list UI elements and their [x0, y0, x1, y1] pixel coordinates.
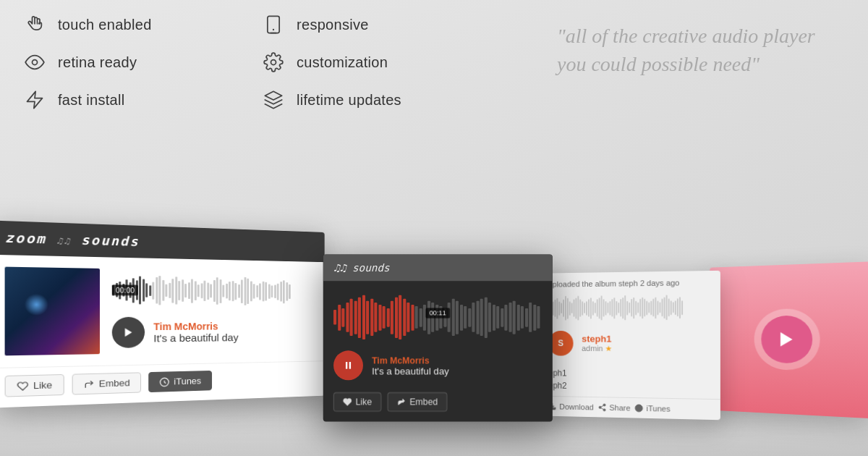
player-3-download-button[interactable]: Download — [548, 402, 594, 412]
player-1-timecode: 00:00 — [112, 284, 138, 295]
player-4-play-inner — [761, 316, 812, 364]
player-2-body: 00:11 Tim McMorris It's a beautiful day … — [323, 282, 552, 422]
player-2-embed-label: Embed — [409, 397, 438, 407]
svg-point-17 — [635, 405, 642, 412]
svg-rect-9 — [346, 362, 347, 369]
player-1-controls: Tim McMorris It's a beautiful day — [112, 316, 315, 348]
player-2-pause-button[interactable] — [333, 351, 363, 381]
player-3-upload-text: uploaded the album steph — [548, 279, 638, 288]
player-3-download-label: Download — [559, 402, 593, 412]
features-grid: touch enabled responsive retina ready — [22, 7, 470, 117]
player-3-waveform — [540, 291, 720, 324]
svg-point-12 — [603, 404, 605, 406]
player-1-artist: Tim McMorris — [153, 321, 238, 332]
player-2-artist: Tim McMorris — [372, 355, 449, 365]
svg-rect-10 — [349, 362, 350, 369]
players-area: zoom ♫♫ sounds 00:00 Tim McMorris It's a… — [0, 166, 868, 456]
feature-responsive-label: responsive — [297, 17, 369, 33]
player-1-waveform: 00:00 — [112, 269, 315, 311]
svg-marker-5 — [27, 91, 43, 108]
feature-retina-label: retina ready — [58, 54, 137, 71]
player-1-like-button[interactable]: Like — [5, 374, 64, 397]
player-1-logo: zoom ♫♫ sounds — [5, 229, 140, 249]
svg-point-3 — [33, 60, 38, 65]
player-2-track-info: Tim McMorris It's a beautiful day — [372, 355, 449, 376]
feature-customization: customization — [260, 45, 470, 80]
player-2-controls: Tim McMorris It's a beautiful day — [333, 351, 542, 381]
svg-point-14 — [603, 409, 605, 411]
feature-touch-enabled: touch enabled — [22, 7, 231, 42]
player-2-title: It's a beautiful day — [372, 366, 449, 376]
features-section: touch enabled responsive retina ready — [0, 0, 492, 124]
feature-retina-ready: retina ready — [22, 45, 231, 80]
player-3-tracklist: eph1 eph2 — [540, 363, 720, 399]
player-3-time-ago: 2 days ago — [640, 279, 680, 288]
player-2-like-button[interactable]: Like — [333, 392, 382, 412]
feature-responsive: responsive — [260, 7, 470, 42]
device-icon — [260, 12, 286, 38]
player-2-timecode: 00:11 — [425, 308, 449, 318]
feature-lifetime-updates-label: lifetime updates — [297, 92, 401, 109]
player-3-mid: S steph1 admin ★ — [540, 324, 720, 364]
svg-point-13 — [599, 406, 601, 408]
hand-icon — [22, 12, 48, 38]
svg-line-16 — [601, 405, 603, 407]
player-1-thumbnail — [5, 267, 100, 356]
player-3: uploaded the album steph 2 days ago S st… — [540, 271, 720, 420]
player-3-actions: Download Share iTunes — [540, 396, 720, 421]
feature-fast-install: fast install — [22, 83, 231, 117]
player-1-play-button[interactable] — [112, 317, 145, 348]
layers-icon — [260, 87, 286, 113]
player-1-itunes-label: iTunes — [174, 376, 201, 387]
player-3-track-2: eph2 — [548, 379, 711, 394]
player-3-itunes-button[interactable]: iTunes — [634, 404, 670, 413]
feature-lifetime-updates: lifetime updates — [260, 83, 470, 117]
feature-customization-label: customization — [297, 54, 388, 71]
quote-section: "all of the creative audio player you co… — [542, 7, 846, 93]
player-3-name: steph1 — [582, 334, 711, 345]
player-3-share-button[interactable]: Share — [598, 403, 631, 413]
player-1-track-info: Tim McMorris It's a beautiful day — [153, 321, 238, 344]
player-3-info: steph1 admin ★ — [582, 334, 711, 354]
player-1-content: 00:00 Tim McMorris It's a beautiful day — [112, 269, 315, 354]
svg-marker-18 — [780, 332, 793, 347]
player-4-play-button[interactable] — [754, 308, 820, 371]
player-1-body: 00:00 Tim McMorris It's a beautiful day — [0, 255, 325, 368]
player-2: ♫♫ sounds 00:11 Tim McMorris It's a beau… — [323, 255, 552, 422]
svg-marker-6 — [265, 91, 281, 100]
player-2-actions: Like Embed — [333, 387, 542, 415]
feature-fast-install-label: fast install — [58, 92, 125, 109]
player-1-embed-label: Embed — [99, 378, 130, 389]
player-3-upload-info: uploaded the album steph 2 days ago — [540, 271, 720, 293]
player-1-actions: Like Embed iTunes — [0, 360, 325, 408]
player-2-embed-button[interactable]: Embed — [388, 392, 448, 412]
player-2-header: ♫♫ sounds — [323, 255, 552, 282]
gear-icon — [260, 49, 286, 75]
player-1-itunes-button[interactable]: iTunes — [148, 371, 211, 392]
svg-marker-7 — [125, 328, 132, 337]
player-1: zoom ♫♫ sounds 00:00 Tim McMorris It's a… — [0, 220, 325, 408]
eye-icon — [22, 49, 48, 75]
player-3-share-label: Share — [609, 403, 630, 412]
feature-touch-label: touch enabled — [58, 17, 152, 33]
player-1-title: It's a beautiful day — [153, 332, 238, 344]
quote-text: "all of the creative audio player you co… — [557, 22, 832, 78]
player-4 — [710, 261, 868, 418]
player-2-logo: ♫♫ sounds — [333, 262, 390, 274]
player-1-like-label: Like — [33, 379, 52, 391]
svg-point-4 — [271, 60, 276, 65]
player-1-embed-button[interactable]: Embed — [72, 372, 141, 394]
player-2-like-label: Like — [355, 397, 372, 407]
player-3-itunes-label: iTunes — [647, 404, 671, 413]
svg-line-15 — [601, 408, 603, 410]
bolt-icon — [22, 87, 48, 113]
player-3-role: admin ★ — [582, 344, 711, 354]
